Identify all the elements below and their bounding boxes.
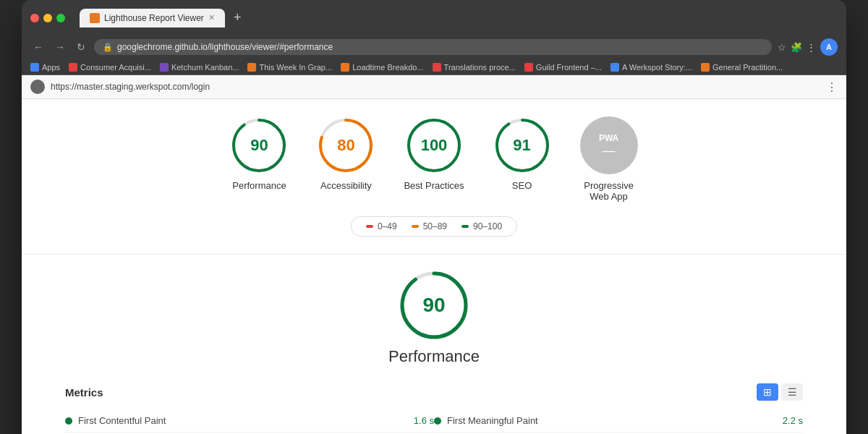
metrics-view-buttons: ⊞ ☰	[757, 383, 803, 401]
back-button[interactable]: ←	[30, 40, 46, 54]
extensions-icon[interactable]: 🧩	[791, 42, 802, 53]
werkspot-icon	[610, 63, 619, 72]
metric-fmp-value: 2.2 s	[783, 415, 803, 426]
profile-url: https://master.staging.werkspot.com/logi…	[51, 82, 210, 92]
avatar[interactable]: A	[820, 38, 838, 56]
bookmark-guild[interactable]: Guild Frontend –...	[524, 63, 602, 72]
translations-icon	[433, 63, 441, 72]
pwa-dash: —	[603, 143, 616, 158]
big-score-section: 90 Performance	[51, 269, 817, 366]
grid-view-button[interactable]: ⊞	[757, 383, 778, 401]
metrics-grid: First Contentful Paint 1.6 s First Meani…	[65, 409, 803, 434]
guild-icon	[524, 63, 533, 72]
active-tab[interactable]: Lighthouse Report Viewer ✕	[80, 9, 225, 27]
score-seo[interactable]: 91 SEO	[493, 116, 551, 191]
tab-close-button[interactable]: ✕	[208, 13, 215, 22]
bookmark-thisweek[interactable]: This Week In Grap...	[247, 63, 332, 72]
metric-fcp-value: 1.6 s	[414, 415, 434, 426]
bookmark-icon[interactable]: ☆	[778, 42, 786, 53]
metrics-header: Metrics ⊞ ☰	[65, 383, 803, 401]
address-bar[interactable]: 🔒 googlechrome.github.io/lighthouse/view…	[94, 39, 772, 55]
main-score-label: Performance	[388, 347, 480, 366]
bookmark-loadtime[interactable]: Loadtime Breakdo...	[341, 63, 423, 72]
legend-dot-red	[366, 225, 373, 228]
bookmark-apps[interactable]: Apps	[30, 63, 60, 72]
metric-fcp-name: First Contentful Paint	[78, 415, 408, 426]
apps-icon	[30, 63, 39, 72]
lock-icon: 🔒	[103, 43, 113, 52]
best-practices-label: Best Practices	[404, 180, 464, 191]
browser-window: Lighthouse Report Viewer ✕ + ← → ↻ 🔒 goo…	[22, 0, 846, 434]
nav-bar: ← → ↻ 🔒 googlechrome.github.io/lighthous…	[22, 34, 846, 60]
bookmark-werkspot[interactable]: A Werkspot Story:...	[610, 63, 692, 72]
bookmark-general[interactable]: General Practition...	[701, 63, 783, 72]
bookmarks-bar: Apps Consumer Acquisi... Ketchum Kanban.…	[22, 60, 846, 75]
pwa-circle: PWA —	[580, 116, 638, 174]
refresh-button[interactable]: ↻	[74, 40, 88, 54]
bookmark-thisweek-label: This Week In Grap...	[259, 63, 332, 72]
score-best-practices[interactable]: 100 Best Practices	[404, 116, 464, 191]
metric-fcp: First Contentful Paint 1.6 s	[65, 409, 434, 433]
score-performance[interactable]: 90 Performance	[230, 116, 288, 191]
traffic-lights	[30, 14, 65, 22]
general-icon	[701, 63, 710, 72]
legend-range-red: 0–49	[378, 221, 397, 231]
best-practices-score: 100	[421, 136, 448, 155]
scores-row: 90 Performance 80 Accessibility	[51, 116, 817, 202]
forward-button[interactable]: →	[52, 40, 68, 54]
seo-circle: 91	[493, 116, 551, 174]
bookmark-ketchum-label: Ketchum Kanban...	[171, 63, 239, 72]
performance-circle: 90	[230, 116, 288, 174]
minimize-button[interactable]	[43, 14, 52, 22]
bookmark-general-label: General Practition...	[712, 63, 783, 72]
bookmark-translations-label: Translations proce...	[444, 63, 516, 72]
ketchum-icon	[160, 63, 169, 72]
tab-favicon	[90, 13, 100, 23]
bookmark-guild-label: Guild Frontend –...	[536, 63, 602, 72]
metric-fmp: First Meaningful Paint 2.2 s	[434, 409, 803, 433]
best-practices-circle: 100	[405, 116, 463, 174]
bookmark-apps-label: Apps	[42, 63, 60, 72]
legend: 0–49 50–89 90–100	[351, 216, 517, 237]
score-pwa[interactable]: PWA — ProgressiveWeb App	[580, 116, 638, 202]
metrics-title: Metrics	[65, 386, 103, 399]
title-bar: Lighthouse Report Viewer ✕ +	[22, 0, 846, 34]
metric-fcp-dot	[65, 417, 72, 425]
list-view-button[interactable]: ☰	[781, 383, 803, 401]
tab-title: Lighthouse Report Viewer	[104, 13, 204, 23]
metric-fmp-name: First Meaningful Paint	[447, 415, 777, 426]
seo-score: 91	[513, 136, 530, 155]
bookmark-werkspot-label: A Werkspot Story:...	[622, 63, 692, 72]
main-score-value: 90	[422, 294, 445, 317]
accessibility-label: Accessibility	[320, 180, 372, 191]
url-text: googlechrome.github.io/lighthouse/viewer…	[117, 42, 333, 52]
bookmark-ketchum[interactable]: Ketchum Kanban...	[160, 63, 239, 72]
maximize-button[interactable]	[56, 14, 65, 22]
bookmark-consumer[interactable]: Consumer Acquisi...	[69, 63, 151, 72]
pwa-label: PWA	[599, 133, 618, 143]
close-button[interactable]	[30, 14, 39, 22]
legend-item-red: 0–49	[366, 221, 397, 231]
tabs-row: Lighthouse Report Viewer ✕ +	[80, 7, 247, 28]
profile-bar: https://master.staging.werkspot.com/logi…	[22, 75, 846, 99]
bookmark-translations[interactable]: Translations proce...	[433, 63, 516, 72]
legend-dot-orange	[412, 225, 419, 228]
accessibility-circle: 80	[317, 116, 375, 174]
main-score-circle: 90	[398, 269, 470, 341]
metric-fmp-dot	[434, 417, 441, 425]
consumer-icon	[69, 63, 77, 72]
nav-icons: ☆ 🧩 ⋮ A	[778, 38, 838, 56]
bookmark-consumer-label: Consumer Acquisi...	[80, 63, 151, 72]
legend-item-orange: 50–89	[412, 221, 447, 231]
accessibility-score: 80	[337, 136, 354, 155]
legend-item-green: 90–100	[461, 221, 502, 231]
seo-label: SEO	[512, 180, 532, 191]
profile-more-button[interactable]: ⋮	[826, 80, 838, 94]
more-button[interactable]: ⋮	[807, 42, 816, 53]
score-accessibility[interactable]: 80 Accessibility	[317, 116, 375, 191]
performance-score: 90	[250, 136, 268, 155]
new-tab-button[interactable]: +	[228, 7, 247, 28]
performance-label: Performance	[232, 180, 286, 191]
metrics-section: Metrics ⊞ ☰ First Contentful Paint 1.6 s…	[51, 383, 817, 434]
pwa-score-label: ProgressiveWeb App	[584, 180, 634, 202]
